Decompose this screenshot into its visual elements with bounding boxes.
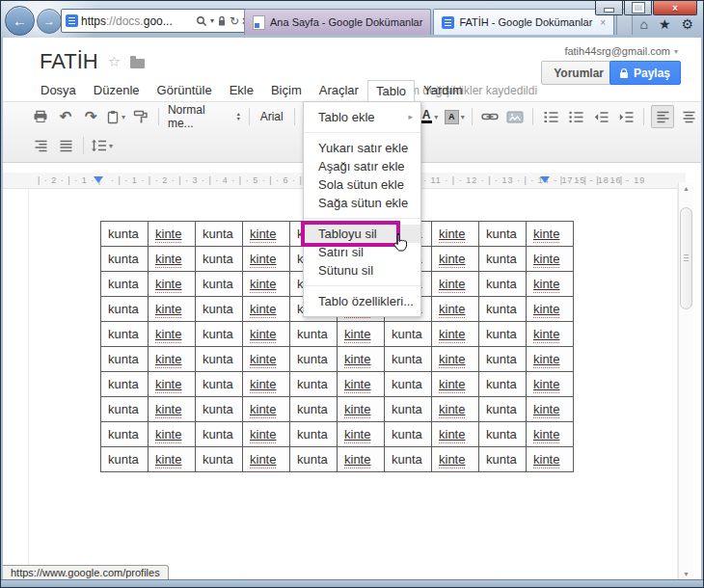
table-cell[interactable]: kunta [101,372,148,396]
table-cell[interactable]: kunta [196,397,242,421]
star-document-icon[interactable]: ☆ [108,53,121,70]
table-cell[interactable]: kinte [527,422,573,446]
table-cell[interactable]: kinte [527,222,573,246]
menu-yardim[interactable]: Yardım [415,80,472,101]
table-cell[interactable]: kunta [385,422,431,446]
table-cell[interactable]: kinte [432,222,478,246]
table-cell[interactable]: kinte [338,322,384,346]
table-cell[interactable]: kunta [479,247,526,271]
table-cell[interactable]: kinte [243,222,289,246]
table-cell[interactable]: kinte [432,447,478,471]
table-cell[interactable]: kunta [479,297,526,321]
table-cell[interactable]: kinte [338,372,384,396]
scroll-down-icon[interactable]: ▼ [679,571,693,577]
menu-bicim[interactable]: Biçim [262,80,311,101]
menu-duzenle[interactable]: Düzenle [85,80,149,101]
table-cell[interactable]: kinte [432,347,478,371]
insert-link-icon[interactable] [479,106,501,127]
table-cell[interactable]: kinte [527,397,573,421]
table-cell[interactable]: kunta [196,347,242,371]
table-cell[interactable]: kinte [149,372,195,396]
table-cell[interactable]: kunta [479,397,526,421]
increase-indent-icon[interactable] [615,106,636,127]
menu-item-tablo-zellikleri[interactable]: Tablo özellikleri... [304,292,420,310]
table-cell[interactable]: kunta [101,322,148,346]
scrollbar-thumb[interactable] [680,207,692,309]
numbered-list-icon[interactable] [540,106,561,127]
account-menu[interactable]: fatih44srg@gmail.com ▾ [564,45,678,57]
tools-gear-icon[interactable]: ⚙ [681,16,693,32]
table-cell[interactable]: kinte [527,447,573,471]
menu-item-s-tunu-sil[interactable]: Sütunu sil [304,261,420,280]
text-color-icon[interactable]: A ▾ [419,106,440,127]
table-cell[interactable]: kinte [432,422,478,446]
home-icon[interactable]: ⌂ [639,16,647,32]
table-cell[interactable]: kinte [338,422,384,446]
menu-dosya[interactable]: Dosya [32,80,85,101]
menu-item-a-a-sat-r-ekle[interactable]: Aşağı satır ekle [304,157,420,175]
menu-ekle[interactable]: Ekle [221,80,262,101]
table-cell[interactable]: kinte [243,347,289,371]
table-cell[interactable]: kunta [290,447,337,471]
line-spacing-icon[interactable]: ▾ [91,135,113,156]
table-cell[interactable]: kunta [385,397,431,421]
table-cell[interactable]: kinte [527,297,573,321]
table-cell[interactable]: kunta [290,322,337,346]
close-window-button[interactable]: × [653,1,697,15]
insert-image-icon[interactable] [504,106,526,127]
bulleted-list-icon[interactable] [565,106,586,127]
table-cell[interactable]: kunta [196,447,242,471]
table-cell[interactable]: kunta [196,322,242,346]
table-cell[interactable]: kunta [290,422,337,446]
paint-format-icon[interactable] [130,106,151,127]
table-cell[interactable]: kunta [196,247,242,271]
table-cell[interactable]: kinte [432,372,478,396]
search-dropdown-icon[interactable]: ▾ [210,16,214,25]
table-cell[interactable]: kinte [149,272,195,296]
table-cell[interactable]: kinte [243,372,289,396]
table-cell[interactable]: kinte [432,322,478,346]
comments-button[interactable]: Yorumlar [541,61,616,85]
table-cell[interactable]: kunta [196,372,242,396]
tab-close-icon[interactable]: × [600,17,606,28]
table-cell[interactable]: kunta [385,322,431,346]
table-cell[interactable]: kunta [101,222,148,246]
styles-dropdown[interactable]: Normal me... ▴▾ [164,103,244,130]
web-clipboard-icon[interactable]: ▾ [105,106,126,127]
align-right-icon[interactable] [30,135,51,156]
table-cell[interactable]: kunta [101,347,148,371]
search-icon[interactable] [196,15,207,27]
table-cell[interactable]: kunta [479,347,526,371]
menu-item-tablo-ekle[interactable]: Tablo ekle▸ [304,108,420,126]
table-cell[interactable]: kunta [101,422,148,446]
table-cell[interactable]: kunta [479,422,526,446]
align-center-icon[interactable] [678,106,699,127]
table-cell[interactable]: kinte [432,397,478,421]
favorites-star-icon[interactable]: ★ [659,16,671,32]
table-cell[interactable]: kinte [338,347,384,371]
print-icon[interactable] [30,106,51,127]
table-cell[interactable]: kinte [432,247,478,271]
refresh-icon[interactable]: ↻ [230,14,239,28]
table-cell[interactable]: kunta [196,297,242,321]
table-cell[interactable]: kunta [479,322,526,346]
table-cell[interactable]: kunta [385,372,431,396]
table-cell[interactable]: kunta [101,247,148,271]
table-cell[interactable]: kinte [432,297,478,321]
table-cell[interactable]: kunta [385,347,431,371]
menu-item-sa-a-s-tun-ekle[interactable]: Sağa sütun ekle [304,194,420,212]
folder-icon[interactable] [130,59,145,68]
menu-item-yukar-sat-r-ekle[interactable]: Yukarı satır ekle [304,139,420,157]
table-cell[interactable]: kunta [101,272,148,296]
menu-item-sola-s-tun-ekle[interactable]: Sola sütun ekle [304,175,420,194]
table-cell[interactable]: kunta [196,272,242,296]
menu-araclar[interactable]: Araçlar [311,80,367,101]
table-cell[interactable]: kunta [290,397,337,421]
address-url[interactable]: https://docs.goo... [81,14,193,28]
table-cell[interactable]: kinte [149,322,195,346]
table-cell[interactable]: kinte [527,272,573,296]
table-cell[interactable]: kinte [527,347,573,371]
font-dropdown[interactable]: Arial [255,110,289,123]
table-cell[interactable]: kinte [432,272,478,296]
share-button[interactable]: Paylaş [609,61,681,85]
